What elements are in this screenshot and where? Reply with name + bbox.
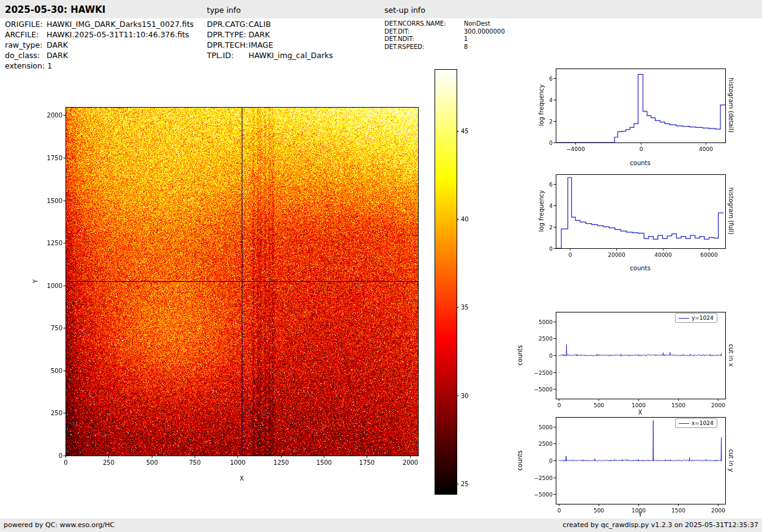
- file-metadata-block: ORIGFILE:HAWKI_IMG_DARK_Darks151_0027.fi…: [5, 19, 194, 71]
- hist-detail-title: histogram (detail): [728, 78, 734, 133]
- colorbar-canvas: [431, 66, 484, 503]
- setup-info-heading: set-up info: [384, 6, 425, 15]
- meta-raw-type: raw_type:DARK: [5, 40, 194, 50]
- main-yaxis-label: Y: [32, 279, 39, 283]
- header-bar: [0, 0, 762, 18]
- cut-y-ylabel: counts: [517, 450, 523, 470]
- main-xaxis-label: X: [240, 475, 244, 482]
- hist-full-title: histogram (full): [728, 187, 734, 234]
- meta-extension: extension: 1: [5, 61, 194, 71]
- meta-det-ndit: DET.NDIT:1: [384, 35, 505, 43]
- cut-x-title: cut in x: [728, 344, 734, 366]
- cut-y-legend: x=1024: [675, 418, 717, 428]
- meta-det-rspeed: DET.RSPEED:8: [384, 43, 505, 51]
- hist-detail-ylabel: log frequency: [538, 84, 545, 127]
- legend-line-sample: [679, 318, 689, 319]
- footer-powered-by: powered by QC: www.eso.org/HC: [4, 521, 114, 529]
- qc-report-page: 2025-05-30: HAWKI type info set-up info …: [0, 0, 762, 532]
- hist-detail-xlabel: counts: [630, 160, 650, 166]
- cut-y-legend-label: x=1024: [692, 420, 714, 426]
- meta-do-class: do_class:DARK: [5, 50, 194, 61]
- meta-arcfile: ARCFILE:HAWKI.2025-05-31T11:10:46.376.fi…: [5, 29, 194, 40]
- cut-y-xlabel: Y: [638, 511, 642, 518]
- meta-dpr-catg: DPR.CATG:CALIB: [207, 19, 333, 29]
- meta-dpr-type: DPR.TYPE:DARK: [207, 29, 333, 40]
- page-title: 2025-05-30: HAWKI: [5, 4, 105, 15]
- cut-x-ylabel: counts: [517, 345, 523, 365]
- meta-dpr-tech: DPR.TECH:IMAGE: [207, 40, 333, 50]
- hist-full-xlabel: counts: [630, 265, 650, 272]
- cut-x-xlabel: X: [638, 409, 643, 416]
- meta-det-ncorrs: DET.NCORRS.NAME:NonDest: [384, 20, 505, 28]
- cut-y-title: cut in y: [728, 449, 734, 471]
- hist-full-ylabel: log frequency: [538, 190, 545, 232]
- cut-x-legend-label: y=1024: [692, 315, 714, 321]
- histogram-full-canvas: [525, 167, 736, 259]
- detector-image-canvas: [37, 98, 431, 492]
- meta-det-dit: DET.DIT:300.0000000: [384, 28, 505, 36]
- type-info-block: DPR.CATG:CALIB DPR.TYPE:DARK DPR.TECH:IM…: [207, 19, 333, 61]
- footer-created-by: created by qc_rawdisp.py v1.2.3 on 2025-…: [562, 521, 758, 529]
- histogram-detail-canvas: [525, 61, 736, 153]
- type-info-heading: type info: [207, 6, 241, 15]
- meta-tpl-id: TPL.ID:HAWKI_img_cal_Darks: [207, 50, 333, 61]
- setup-info-block: DET.NCORRS.NAME:NonDest DET.DIT:300.0000…: [384, 20, 505, 51]
- cut-x-legend: y=1024: [675, 313, 717, 323]
- meta-origfile: ORIGFILE:HAWKI_IMG_DARK_Darks151_0027.fi…: [5, 19, 194, 29]
- legend-line-sample: [679, 423, 689, 424]
